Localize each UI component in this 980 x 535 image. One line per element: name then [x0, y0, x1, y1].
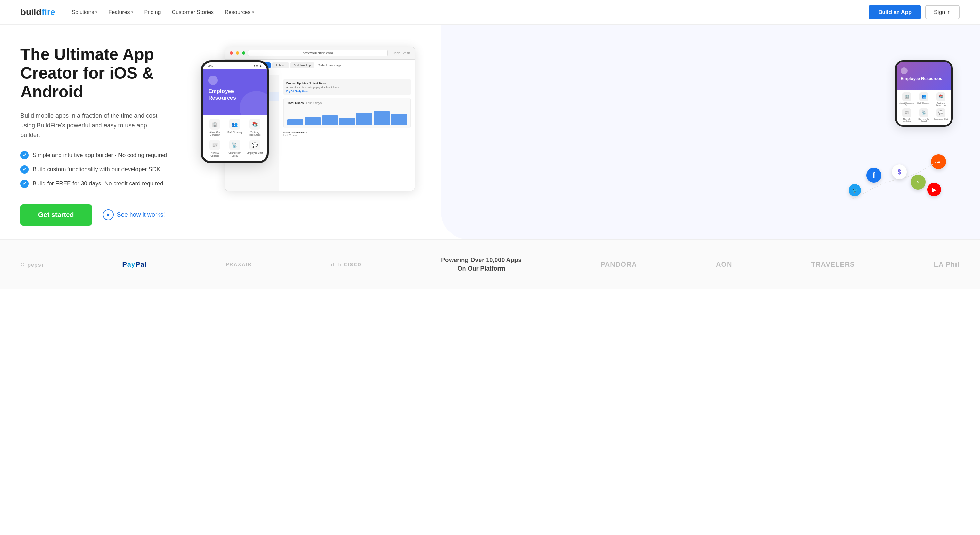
phone2-icon-3: 📚: [937, 92, 945, 101]
browser-tab-app[interactable]: Buildfire App: [290, 62, 314, 68]
hero-features-list: Simple and intuitive app builder - No co…: [21, 151, 197, 188]
logo-la-phil: LA Phil: [934, 261, 959, 269]
nav-customer-stories[interactable]: Customer Stories: [172, 9, 214, 15]
phone-grid-icon-3: 📚: [250, 119, 260, 130]
browser-dot-yellow: [236, 51, 239, 55]
facebook-icon: f: [866, 168, 881, 183]
powering-subtext: On Our Platform: [441, 264, 521, 273]
navbar: buildfire Solutions ▾ Features ▾ Pricing…: [0, 0, 980, 24]
twitter-icon: 🐦: [849, 184, 861, 196]
shopify-icon: S: [911, 175, 926, 189]
nav-resources[interactable]: Resources ▾: [224, 9, 254, 15]
check-icon-2: [21, 166, 29, 174]
browser-url: http://buildfire.com: [248, 50, 388, 56]
phone-mockup-main: 9:41 ●●● ▲ Employee Resources 🏢 About Ou…: [201, 60, 269, 163]
browser-news-title: Product Updates / Latest News: [286, 82, 408, 85]
phone-grid-label-1: About Our Company: [206, 131, 224, 137]
phone-grid-label-5: Connect On Social: [226, 152, 243, 158]
phone-grid-icon-2: 👥: [229, 119, 240, 130]
browser-news: Product Updates / Latest News An investm…: [283, 79, 411, 95]
play-icon: [103, 209, 114, 220]
phone-grid-item-2[interactable]: 👥 Staff Directory: [226, 119, 243, 137]
logo-fire: fire: [41, 7, 55, 18]
phone-grid-label-3: Training Resources: [246, 131, 263, 137]
chart-bar-6: [374, 111, 390, 124]
chart-bar-5: [356, 113, 372, 124]
nav-features[interactable]: Features ▾: [108, 9, 133, 15]
nav-pricing[interactable]: Pricing: [144, 9, 161, 15]
phone2-icon: [901, 67, 907, 74]
get-started-button[interactable]: Get started: [21, 204, 92, 226]
phone2-label-6: Employee Chat: [934, 118, 948, 120]
browser-tab-publish[interactable]: Publish: [272, 62, 289, 68]
phone-header: Employee Resources: [203, 69, 267, 115]
feature-item-1: Simple and intuitive app builder - No co…: [21, 151, 197, 159]
most-active-subtitle: Last 30 days: [283, 134, 411, 137]
phone2-title: Employee Resources: [901, 76, 947, 81]
phone-grid-icon-1: 🏢: [209, 119, 220, 130]
chart-bar-3: [322, 115, 338, 125]
hero-section: The Ultimate App Creator for iOS & Andro…: [0, 24, 980, 239]
phone-grid-item-5[interactable]: 📡 Connect On Social: [226, 140, 243, 158]
see-how-link[interactable]: See how it works!: [103, 209, 165, 220]
phone2-item-4[interactable]: 📰 News & Updates: [899, 108, 914, 122]
chevron-down-icon: ▾: [131, 10, 134, 14]
phone2-icon-5: 📡: [920, 108, 928, 117]
check-icon-1: [21, 151, 29, 159]
phone2-item-1[interactable]: 🏢 About Company Our: [899, 92, 914, 106]
feature-item-3: Build for FREE for 30 days. No credit ca…: [21, 180, 197, 188]
browser-language: Select Language: [316, 62, 344, 68]
phone-grid-item-4[interactable]: 📰 News & Updates: [206, 140, 224, 158]
chevron-down-icon: ▾: [95, 10, 97, 14]
browser-chart: Total Users Last 7 days: [283, 98, 411, 128]
chart-bar-1: [287, 119, 303, 124]
phone2-icon-1: 🏢: [902, 92, 911, 101]
logo-pepsi: ○pepsi: [21, 260, 43, 269]
build-app-button[interactable]: Build an App: [869, 5, 921, 19]
phone-app-title: Employee Resources: [208, 88, 261, 101]
browser-bar: http://buildfire.com John Smith: [225, 47, 415, 60]
browser-dot-green: [242, 51, 245, 55]
logo[interactable]: buildfire: [21, 7, 56, 18]
logos-center: Powering Over 10,000 Apps On Our Platfor…: [441, 256, 521, 273]
chart-title: Total Users Last 7 days: [287, 102, 407, 105]
feature-item-2: Build custom functionality with our deve…: [21, 166, 197, 174]
phone-time: 9:41: [208, 64, 213, 67]
soundcloud-icon: ☁: [931, 154, 946, 169]
phone2-item-6[interactable]: 💬 Employee Chat: [933, 108, 948, 122]
nav-solutions[interactable]: Solutions ▾: [72, 9, 98, 15]
logo-cisco: ılılı CISCO: [331, 262, 362, 267]
phone-app-icon: [208, 76, 218, 85]
nav-links: Solutions ▾ Features ▾ Pricing Customer …: [72, 9, 254, 15]
browser-news-subtitle: An investment in knowledge pays the best…: [286, 86, 408, 89]
phone-grid-item-3[interactable]: 📚 Training Resources: [246, 119, 263, 137]
phone-status-bar: 9:41 ●●● ▲: [203, 62, 267, 69]
phone-grid-label-6: Employee Chat: [247, 152, 263, 154]
phone-grid-item-6[interactable]: 💬 Employee Chat: [246, 140, 263, 158]
phone2-header: Employee Resources: [897, 62, 951, 89]
phone2-label-4: News & Updates: [899, 118, 914, 122]
phone2-item-3[interactable]: 📚 Training Resources: [933, 92, 948, 106]
logos-section: ○pepsi PayPal PRAXAIR ılılı CISCO Poweri…: [0, 239, 980, 289]
phone-mockup-secondary: Employee Resources 🏢 About Company Our 👥…: [895, 60, 953, 126]
chart-bars: [287, 108, 407, 124]
browser-main: Product Updates / Latest News An investm…: [279, 75, 415, 191]
phone2-label-5: Connect On Social: [916, 118, 931, 122]
phone2-label-1: About Company Our: [899, 102, 914, 106]
phone-grid-icon-6: 💬: [250, 140, 260, 150]
phone-grid-icon-5: 📡: [229, 140, 240, 150]
phone2-item-2[interactable]: 👥 Staff Directory: [916, 92, 931, 106]
browser-user: John Smith: [393, 51, 410, 55]
hero-subtitle: Build mobile apps in a fraction of the t…: [21, 111, 163, 140]
browser-case-study: PayPal Study Case: [286, 90, 408, 92]
logo-paypal: PayPal: [122, 261, 147, 269]
stripe-icon: $: [892, 164, 907, 179]
phone2-label-3: Training Resources: [933, 102, 948, 106]
sign-in-button[interactable]: Sign in: [925, 5, 959, 19]
most-active-title: Most Active Users: [283, 131, 411, 134]
phone2-item-5[interactable]: 📡 Connect On Social: [916, 108, 931, 122]
logo-praxair: PRAXAIR: [226, 262, 252, 267]
navbar-left: buildfire Solutions ▾ Features ▾ Pricing…: [21, 7, 254, 18]
phone2-icon-4: 📰: [902, 108, 911, 117]
phone-grid-item-1[interactable]: 🏢 About Our Company: [206, 119, 224, 137]
